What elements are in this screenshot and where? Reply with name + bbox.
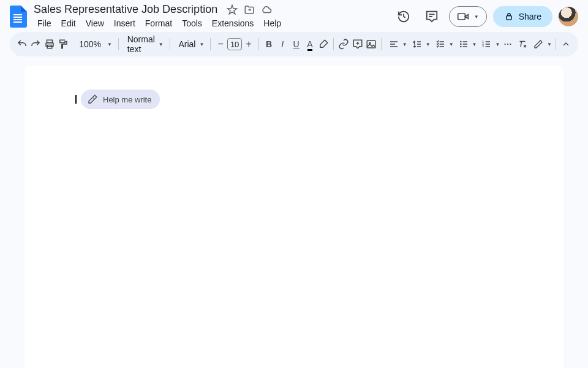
cloud-status-icon[interactable] <box>260 4 273 16</box>
chevron-down-icon: ▼ <box>426 42 431 47</box>
clear-formatting-button[interactable] <box>516 36 529 53</box>
line-spacing-button[interactable]: ▼ <box>409 36 431 53</box>
chevron-down-icon: ▼ <box>402 42 407 47</box>
menu-extensions[interactable]: Extensions <box>208 16 258 31</box>
font-select[interactable]: Arial ▼ <box>173 36 206 53</box>
svg-rect-1 <box>507 16 511 20</box>
separator <box>258 38 259 50</box>
comments-icon[interactable] <box>421 6 443 28</box>
docs-logo-icon[interactable] <box>10 6 27 28</box>
chevron-down-icon: ▼ <box>449 42 454 47</box>
chevron-down-icon: ▼ <box>199 42 204 47</box>
share-label: Share <box>519 12 541 21</box>
menu-view[interactable]: View <box>81 16 108 31</box>
align-button[interactable]: ▼ <box>385 36 407 53</box>
font-size-input[interactable] <box>227 38 242 50</box>
print-button[interactable] <box>43 36 56 53</box>
chevron-down-icon: ▼ <box>547 42 552 47</box>
italic-button[interactable]: I <box>276 36 288 53</box>
title-area: Sales Representative Job Description Fil… <box>33 2 393 31</box>
header: Sales Representative Job Description Fil… <box>0 0 588 28</box>
svg-rect-0 <box>458 13 465 20</box>
more-options-button[interactable] <box>501 36 513 53</box>
font-value: Arial <box>178 39 195 49</box>
chevron-down-icon: ▼ <box>107 42 112 47</box>
text-color-button[interactable]: A <box>304 36 316 53</box>
separator <box>381 38 382 50</box>
menu-edit[interactable]: Edit <box>57 16 80 31</box>
chevron-down-icon: ▼ <box>495 42 500 47</box>
chevron-down-icon: ▼ <box>474 14 479 20</box>
paint-format-button[interactable] <box>57 36 69 53</box>
svg-point-7 <box>460 41 461 42</box>
separator <box>118 38 119 50</box>
history-icon[interactable] <box>393 6 415 28</box>
svg-point-15 <box>510 44 511 45</box>
undo-button[interactable] <box>16 36 28 53</box>
style-select[interactable]: Normal text ▼ <box>123 36 166 53</box>
chevron-down-icon: ▼ <box>472 42 477 47</box>
svg-text:3: 3 <box>483 45 484 48</box>
help-chip-label: Help me write <box>103 95 151 104</box>
font-size-decrease[interactable]: − <box>214 38 227 50</box>
checklist-button[interactable]: ▼ <box>432 36 454 53</box>
move-folder-icon[interactable] <box>243 4 255 16</box>
toolbar: 100% ▼ Normal text ▼ Arial ▼ − + B I U A… <box>10 32 578 56</box>
text-cursor <box>75 95 77 104</box>
pencil-sparkle-icon <box>87 94 98 105</box>
add-comment-button[interactable] <box>351 36 363 53</box>
svg-point-13 <box>504 44 505 45</box>
document-canvas[interactable]: Help me write <box>24 66 564 368</box>
separator <box>170 38 170 50</box>
document-title[interactable]: Sales Representative Job Description <box>33 2 221 17</box>
menu-file[interactable]: File <box>33 16 56 31</box>
zoom-select[interactable]: 100% ▼ <box>70 36 115 53</box>
font-size-increase[interactable]: + <box>243 38 255 50</box>
avatar[interactable] <box>559 7 578 26</box>
separator <box>333 38 334 50</box>
help-me-write-chip[interactable]: Help me write <box>81 90 160 109</box>
menu-help[interactable]: Help <box>259 16 285 31</box>
link-button[interactable] <box>337 36 350 53</box>
bulleted-list-button[interactable]: ▼ <box>455 36 477 53</box>
menu-insert[interactable]: Insert <box>110 16 140 31</box>
style-value: Normal text <box>127 34 155 54</box>
chevron-down-icon: ▼ <box>159 42 164 47</box>
separator <box>210 38 211 50</box>
title-row: Sales Representative Job Description <box>33 2 393 17</box>
menu-format[interactable]: Format <box>141 16 176 31</box>
star-icon[interactable] <box>226 4 238 16</box>
svg-point-14 <box>507 44 508 45</box>
numbered-list-button[interactable]: 123 ▼ <box>478 36 500 53</box>
underline-button[interactable]: U <box>290 36 302 53</box>
menu-bar: File Edit View Insert Format Tools Exten… <box>33 16 393 31</box>
video-call-button[interactable]: ▼ <box>449 6 487 27</box>
editing-mode-button[interactable]: ▼ <box>530 36 552 53</box>
menu-tools[interactable]: Tools <box>178 16 206 31</box>
svg-point-8 <box>460 44 461 44</box>
image-button[interactable] <box>365 36 377 53</box>
header-right: ▼ Share <box>393 6 578 28</box>
svg-point-9 <box>460 46 461 47</box>
redo-button[interactable] <box>29 36 42 53</box>
separator <box>556 38 556 50</box>
collapse-toolbar-button[interactable] <box>560 36 572 53</box>
bold-button[interactable]: B <box>263 36 275 53</box>
share-button[interactable]: Share <box>493 6 552 27</box>
font-size-control: − + <box>214 38 255 50</box>
svg-rect-5 <box>367 40 375 48</box>
highlight-button[interactable] <box>317 36 330 53</box>
zoom-value: 100% <box>75 39 104 49</box>
